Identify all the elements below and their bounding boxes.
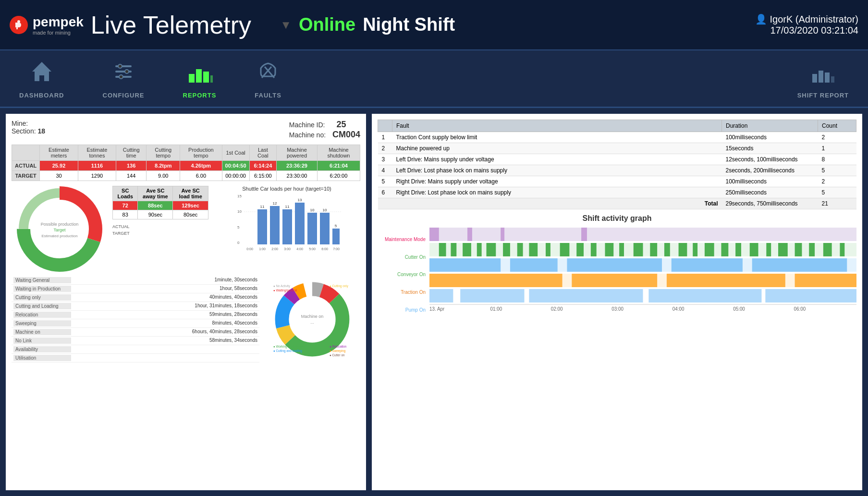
fault-duration-1: 100milliseconds	[722, 132, 818, 143]
machine-info-right: Machine ID: 25 Machine no: CM004	[289, 120, 360, 140]
svg-rect-89	[705, 243, 714, 256]
fault-col-duration: Duration	[722, 120, 818, 132]
svg-rect-101	[510, 258, 558, 272]
sc-actual-loads: 72	[113, 201, 138, 210]
actual-estimate-tonnes: 1116	[78, 161, 116, 171]
svg-text:15: 15	[237, 194, 242, 198]
svg-rect-70	[439, 243, 446, 256]
svg-text:06:00: 06:00	[794, 306, 806, 312]
svg-text:Possible production: Possible production	[41, 222, 79, 227]
activity-waiting-production: Waiting in Production 1hour, 58seconds	[12, 285, 259, 293]
actual-last-coal: 6:14:24	[249, 161, 276, 171]
svg-rect-82	[605, 243, 613, 256]
svg-rect-17	[825, 73, 830, 83]
fault-num-2: 2	[378, 143, 392, 154]
svg-rect-107	[572, 274, 657, 287]
activity-label-no-link: No Link	[13, 338, 71, 344]
fault-num-1: 1	[378, 132, 392, 143]
donut-svg-2: Machine on ... ● No Activity ● Waiting/g…	[269, 276, 355, 363]
svg-rect-98	[840, 243, 844, 256]
svg-rect-112	[453, 289, 460, 302]
svg-rect-11	[203, 72, 209, 83]
svg-text:4:00: 4:00	[296, 247, 303, 251]
machine-info-left: Mine: Section: 18	[12, 120, 45, 140]
svg-text:Target: Target	[53, 228, 66, 232]
activity-label-waiting-production: Waiting in Production	[13, 286, 71, 292]
sc-load-header: Ave SC load time	[173, 186, 208, 201]
svg-text:Estimated production: Estimated production	[41, 234, 77, 238]
nav-item-dashboard[interactable]: DASHBOARD	[0, 56, 84, 103]
target-row: TARGET 30 1290 144 9.00 6.00 00:00:00 6:…	[12, 171, 360, 181]
svg-text:Machine on: Machine on	[301, 314, 324, 319]
shift-label: Night Shift	[363, 14, 455, 35]
right-panel: Fault Duration Count 1 Traction Cont sup…	[372, 114, 862, 490]
svg-rect-85	[650, 243, 657, 256]
machine-id-row: Machine ID: 25	[289, 120, 360, 130]
svg-text:0: 0	[237, 241, 240, 245]
actual-label: ACTUAL	[12, 161, 40, 171]
bar-2	[270, 206, 280, 244]
svg-rect-94	[778, 243, 788, 256]
svg-text:5: 5	[237, 225, 240, 230]
bar-chart-title: Shuttle Car loads per hour (target=10)	[213, 186, 360, 192]
activity-label-cutting-only: Cutting only	[13, 294, 71, 301]
nav-item-reports[interactable]: REPORTS	[164, 53, 236, 103]
logo-icon	[10, 16, 28, 34]
nav-item-configure[interactable]: CONFIGURE	[84, 56, 164, 103]
bar-6	[320, 213, 330, 244]
sc-target-loads: 83	[113, 210, 138, 219]
activity-value-machine-on: 6hours, 40minutes, 28seconds	[188, 329, 257, 335]
fault-row-5: 5 Right Drive: Mains supply under voltag…	[378, 176, 856, 187]
nav-label-reports: REPORTS	[183, 92, 217, 99]
dropdown-arrow-icon[interactable]: ▼	[280, 18, 292, 32]
svg-text:05:00: 05:00	[733, 306, 745, 312]
shift-report-icon	[810, 57, 836, 89]
sc-target-label: TARGET	[112, 230, 208, 237]
username: IgorK (Administrator)	[770, 14, 859, 24]
machine-id-label: Machine ID:	[289, 121, 325, 129]
svg-text:● Cutter on: ● Cutter on	[330, 353, 345, 357]
svg-rect-96	[809, 243, 815, 256]
fault-table: Fault Duration Count 1 Traction Cont sup…	[378, 120, 856, 209]
svg-text:02:00: 02:00	[551, 306, 563, 312]
activity-value-waiting-production: 1hour, 58seconds	[216, 286, 257, 292]
svg-point-1	[17, 20, 20, 23]
nav-item-shift-report[interactable]: SHIFT REPORT	[778, 53, 868, 103]
fault-duration-4: 2seconds, 200milliseconds	[722, 165, 818, 176]
donut-chart-2: Machine on ... ● No Activity ● Waiting/g…	[264, 276, 360, 363]
brand-name: pempek	[33, 14, 84, 30]
charts-row: Possible production Target Estimated pro…	[12, 186, 360, 272]
activity-row: Waiting General 1minute, 30seconds Waiti…	[12, 276, 360, 363]
datetime: 17/03/2020 03:21:04	[755, 25, 858, 36]
col-first-coal: 1st Coal	[222, 145, 249, 161]
svg-rect-86	[664, 243, 670, 256]
fault-num-4: 4	[378, 165, 392, 176]
target-last-coal: 6:15:00	[249, 171, 276, 181]
svg-rect-93	[766, 243, 771, 256]
svg-rect-97	[823, 243, 832, 256]
fault-total-label: Total	[392, 198, 722, 209]
shift-graph-svg: 13. Apr 01:00 02:00 03:00 04:00 05:00 06…	[429, 227, 856, 318]
activity-label-utilisation: Utilisation	[13, 355, 71, 361]
activity-label-sweeping: Sweeping	[13, 320, 71, 327]
svg-rect-95	[795, 243, 802, 256]
sc-target-load: 80sec	[173, 210, 208, 219]
svg-rect-83	[619, 243, 624, 256]
fault-row-2: 2 Machine powered up 15seconds 1	[378, 143, 856, 154]
sc-actual-row: 72 88sec 129sec	[113, 201, 208, 210]
header-right: 👤 IgorK (Administrator) 17/03/2020 03:21…	[755, 13, 858, 36]
actual-row: ACTUAL 25.92 1116 136 8.2tpm 4.26tpm 00:…	[12, 161, 360, 171]
nav-item-faults[interactable]: FAULTS	[235, 56, 301, 103]
svg-rect-16	[819, 71, 823, 83]
svg-rect-106	[429, 274, 562, 287]
section-value: 18	[37, 127, 45, 135]
svg-text:10: 10	[323, 208, 327, 212]
svg-rect-88	[693, 243, 697, 256]
fault-duration-6: 250milliseconds	[722, 187, 818, 198]
svg-text:2:00: 2:00	[271, 247, 278, 251]
activity-no-link: No Link 58minutes, 34seconds	[12, 337, 259, 345]
svg-text:10: 10	[310, 208, 315, 212]
graph-label-traction-on: Traction On	[378, 290, 426, 295]
header: pempek made for mining Live Telemetry ▼ …	[0, 0, 868, 50]
svg-text:5: 5	[335, 224, 337, 228]
